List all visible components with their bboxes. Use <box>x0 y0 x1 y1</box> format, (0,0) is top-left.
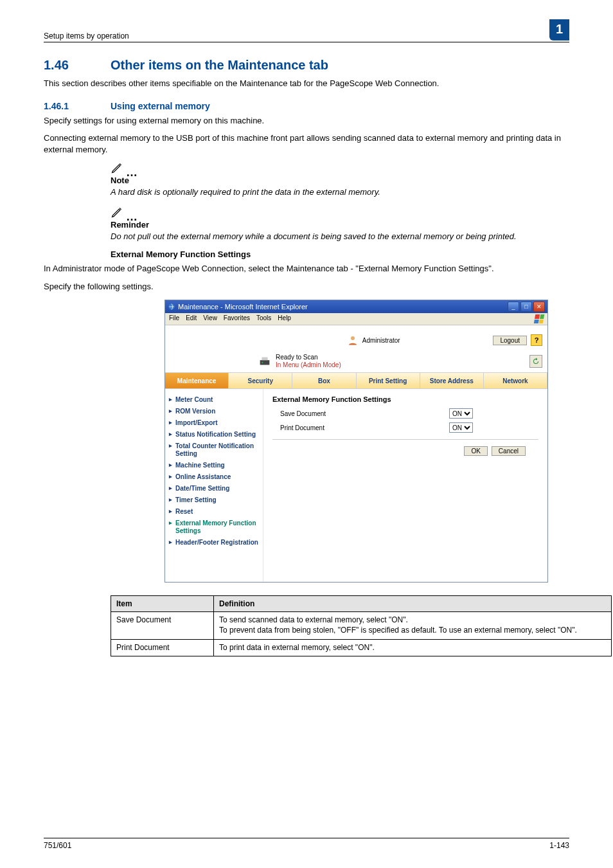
menu-favorites[interactable]: Favorites <box>224 314 250 323</box>
sidebar-item[interactable]: Date/Time Setting <box>169 483 259 494</box>
footer-left: 751/601 <box>44 841 71 850</box>
tab-store-address[interactable]: Store Address <box>420 373 484 388</box>
printer-status-icon <box>258 354 272 368</box>
tab-print-setting[interactable]: Print Setting <box>357 373 420 388</box>
menu-help[interactable]: Help <box>278 314 291 323</box>
sidebar-item[interactable]: Status Notification Setting <box>169 429 259 440</box>
note-dots-icon: … <box>126 215 139 219</box>
screenshot-window: Maintenance - Microsoft Internet Explore… <box>164 300 548 583</box>
sidebar-item[interactable]: Meter Count <box>169 394 259 406</box>
window-title: Maintenance - Microsoft Internet Explore… <box>178 303 308 311</box>
svg-rect-3 <box>262 357 267 360</box>
cancel-button[interactable]: Cancel <box>492 446 526 456</box>
section-title: Other items on the Maintenance tab <box>111 58 328 73</box>
refresh-button[interactable] <box>529 355 542 368</box>
section-intro: This section describes other items speci… <box>44 78 569 89</box>
table-cell-item: Print Document <box>111 639 214 656</box>
sidebar-item[interactable]: ROM Version <box>169 406 259 417</box>
sidebar-item[interactable]: Import/Export <box>169 417 259 429</box>
sidebar-item[interactable]: Header/Footer Registration <box>169 537 259 548</box>
maximize-button[interactable]: □ <box>520 302 532 312</box>
close-button[interactable]: ✕ <box>533 302 545 312</box>
menu-view[interactable]: View <box>203 314 217 323</box>
footer-right: 1-143 <box>549 841 569 850</box>
table-row: Save DocumentTo send scanned data to ext… <box>111 612 612 639</box>
note-label: Note <box>111 176 569 185</box>
svg-point-4 <box>262 362 263 363</box>
pencil-icon <box>111 206 123 219</box>
browser-menubar[interactable]: File Edit View Favorites Tools Help <box>165 313 547 325</box>
save-document-label: Save Document <box>280 410 326 417</box>
ie-icon <box>168 303 175 311</box>
status-ready-text: Ready to Scan <box>276 354 318 361</box>
section-number: 1.46 <box>44 58 90 73</box>
table-cell-definition: To send scanned data to external memory,… <box>214 612 612 639</box>
menu-file[interactable]: File <box>169 314 179 323</box>
sidebar-item[interactable]: Online Assistance <box>169 471 259 483</box>
sidebar-item[interactable]: Reset <box>169 506 259 518</box>
subsection-number: 1.46.1 <box>44 101 90 111</box>
pencil-icon <box>111 161 123 174</box>
breadcrumb: Setup items by operation <box>44 32 129 41</box>
panel-title: External Memory Function Settings <box>272 395 538 403</box>
reminder-text: Do not pull out the external memory whil… <box>111 231 569 242</box>
tab-network[interactable]: Network <box>484 373 547 388</box>
table-row: Print DocumentTo print data in external … <box>111 639 612 656</box>
table-head-item: Item <box>111 596 214 612</box>
tab-maintenance[interactable]: Maintenance <box>165 373 229 388</box>
sidebar-item[interactable]: Machine Setting <box>169 460 259 471</box>
subsection-p2: Connecting external memory to the USB po… <box>44 132 569 155</box>
mode-label: Administrator <box>362 337 400 344</box>
logout-button[interactable]: Logout <box>493 336 527 345</box>
settings-subhead: External Memory Function Settings <box>111 249 569 259</box>
settings-p1: In Administrator mode of PageScope Web C… <box>44 263 569 275</box>
print-document-label: Print Document <box>280 424 324 431</box>
ok-button[interactable]: OK <box>464 446 487 456</box>
brand-logo-area <box>170 329 254 351</box>
tab-security[interactable]: Security <box>229 373 292 388</box>
help-button[interactable]: ? <box>531 334 542 346</box>
svg-point-1 <box>351 336 355 340</box>
sidebar-item[interactable]: External Memory Function Settings <box>169 518 259 537</box>
status-mode-text: In Menu (Admin Mode) <box>276 361 341 369</box>
menu-tools[interactable]: Tools <box>256 314 271 323</box>
administrator-icon <box>347 334 359 346</box>
print-document-select[interactable]: ON <box>449 422 473 433</box>
reminder-label: Reminder <box>111 220 569 230</box>
chapter-badge: 1 <box>549 19 569 41</box>
subsection-p1: Specify settings for using external memo… <box>44 115 569 127</box>
note-dots-icon: … <box>126 170 139 174</box>
tab-box[interactable]: Box <box>292 373 356 388</box>
table-head-definition: Definition <box>214 596 612 612</box>
table-cell-item: Save Document <box>111 612 214 639</box>
sidebar-item[interactable]: Timer Setting <box>169 494 259 506</box>
windows-logo-icon <box>534 314 544 323</box>
table-cell-definition: To print data in external memory, select… <box>214 639 612 656</box>
svg-rect-2 <box>260 360 270 365</box>
sidebar-item[interactable]: Total Counter Notification Setting <box>169 440 259 460</box>
settings-p2: Specify the following settings. <box>44 281 569 293</box>
sidebar: Meter CountROM VersionImport/ExportStatu… <box>165 389 263 582</box>
definition-table: Item Definition Save DocumentTo send sca… <box>111 595 612 656</box>
minimize-button[interactable]: _ <box>508 302 519 312</box>
note-text: A hard disk is optionally required to pr… <box>111 186 569 198</box>
subsection-title: Using external memory <box>111 101 210 111</box>
save-document-select[interactable]: ON <box>449 408 473 419</box>
menu-edit[interactable]: Edit <box>186 314 197 323</box>
